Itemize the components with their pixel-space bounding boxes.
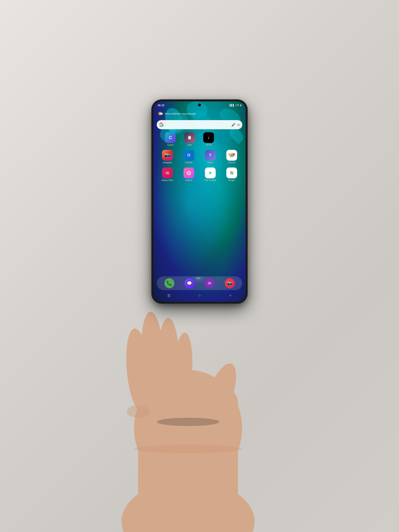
- svg-rect-23: [232, 172, 233, 173]
- teams-label: Teams: [207, 161, 213, 164]
- svg-rect-20: [232, 171, 233, 172]
- svg-rect-24: [230, 173, 231, 174]
- dock: 📞 💬 ✉ 📷: [157, 276, 242, 290]
- app-grid: C Canva 📋 Later ♪: [157, 132, 242, 185]
- later-icon: 📋: [184, 132, 195, 143]
- phone-screen: 16.13 ▌▌▌ LTE ▮ 🌤️ Näytä säätiedot napau…: [153, 101, 246, 302]
- wallpaper: [153, 101, 246, 302]
- canva-label: Canva: [167, 144, 173, 146]
- app-item-teams[interactable]: T Teams: [203, 150, 218, 164]
- svg-rect-22: [231, 172, 232, 173]
- svg-point-9: [134, 445, 242, 453]
- tiktok-label: TikTok: [206, 144, 212, 146]
- outlook-label: Outlook: [185, 161, 192, 164]
- app-row-3: 🛍 Galaxy Store 🌸 Gallerai: [157, 167, 242, 181]
- app-row-1: C Canva 📋 Later ♪: [157, 132, 242, 146]
- app-item-google[interactable]: Google: [224, 167, 239, 181]
- app-item-play-store[interactable]: Play Kauppa: [203, 167, 218, 181]
- nav-home-button[interactable]: ○: [199, 293, 201, 298]
- search-lens-icon[interactable]: ⊙: [237, 123, 240, 127]
- app-item-gallerai[interactable]: 🌸 Gallerai: [181, 167, 196, 181]
- weather-icon: 🌤️: [158, 111, 163, 116]
- galaxy-store-icon: 🛍: [162, 167, 173, 178]
- search-mic-icon[interactable]: 🎤: [231, 123, 235, 127]
- svg-rect-19: [231, 171, 232, 172]
- dock-camera-icon[interactable]: 📷: [225, 278, 235, 288]
- nav-recent-button[interactable]: |||: [168, 294, 170, 297]
- status-time: 16.13: [158, 104, 164, 107]
- app-item-galaxy-store[interactable]: 🛍 Galaxy Store: [160, 167, 175, 181]
- instagram-label: Instagram: [163, 161, 172, 164]
- svg-point-8: [127, 405, 150, 418]
- app-item-later[interactable]: 📋 Later: [182, 132, 197, 146]
- later-label: Later: [187, 144, 192, 146]
- galaxy-store-label: Galaxy Store: [161, 179, 173, 181]
- dock-messages-icon[interactable]: 💬: [184, 278, 195, 288]
- chrome-icon: [226, 150, 237, 161]
- weather-text: Näytä säätiedot napauttamalla: [165, 112, 196, 115]
- svg-rect-26: [232, 173, 233, 174]
- nav-bar: ||| ○ <: [153, 292, 246, 299]
- app-item-tiktok[interactable]: ♪ TikTok: [201, 132, 216, 146]
- dock-samsung-messages-icon[interactable]: ✉: [205, 278, 215, 288]
- play-store-icon: [205, 167, 216, 178]
- app-item-instagram[interactable]: 📷 Instagram: [160, 150, 175, 164]
- status-icons: ▌▌▌ LTE ▮: [230, 104, 241, 107]
- chrome-label: Chrome: [228, 161, 235, 164]
- app-row-2: 📷 Instagram O Outlook T: [157, 150, 242, 164]
- svg-point-10: [157, 418, 219, 426]
- google-icon: [226, 167, 237, 178]
- phone: 16.13 ▌▌▌ LTE ▮ 🌤️ Näytä säätiedot napau…: [152, 100, 247, 304]
- svg-rect-21: [230, 172, 231, 173]
- camera-hole: [198, 103, 201, 106]
- tiktok-icon: ♪: [203, 132, 214, 143]
- gallerai-label: Gallerai: [185, 179, 192, 181]
- teams-icon: T: [205, 150, 216, 161]
- battery-icon: ▮: [240, 104, 241, 107]
- outlook-icon: O: [184, 150, 194, 161]
- app-item-chrome[interactable]: Chrome: [224, 150, 239, 164]
- svg-point-14: [231, 154, 233, 156]
- weather-widget[interactable]: 🌤️ Näytä säätiedot napauttamalla: [158, 111, 241, 116]
- app-item-canva[interactable]: C Canva: [163, 132, 178, 146]
- app-item-outlook[interactable]: O Outlook: [181, 150, 196, 164]
- data-icon: LTE: [235, 104, 239, 106]
- dock-phone-icon[interactable]: 📞: [164, 278, 174, 288]
- canva-icon: C: [165, 132, 176, 143]
- signal-icon: ▌▌▌: [230, 104, 234, 106]
- phone-shell: 16.13 ▌▌▌ LTE ▮ 🌤️ Näytä säätiedot napau…: [152, 100, 247, 304]
- svg-rect-25: [231, 173, 232, 174]
- gallerai-icon: 🌸: [184, 167, 194, 178]
- nav-back-button[interactable]: <: [229, 294, 231, 297]
- google-logo: [159, 122, 164, 127]
- search-bar[interactable]: 🎤 ⊙: [157, 120, 242, 129]
- google-label: Google: [228, 179, 235, 181]
- instagram-icon: 📷: [162, 150, 173, 161]
- play-store-label: Play Kauppa: [204, 179, 216, 181]
- svg-rect-18: [230, 171, 231, 172]
